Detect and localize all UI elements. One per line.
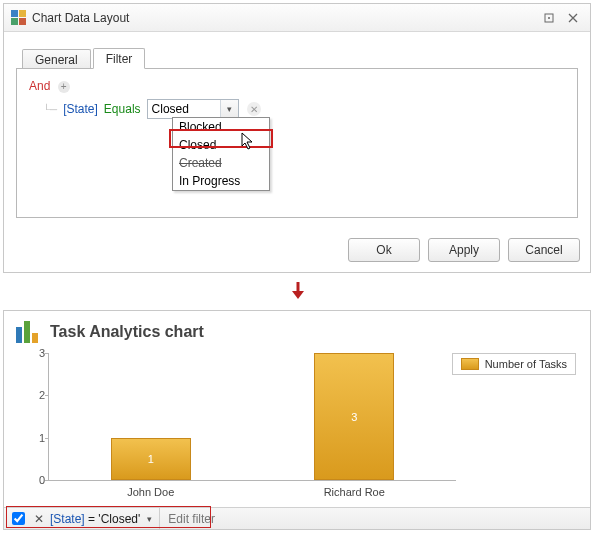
condition-value-input[interactable] (148, 100, 220, 118)
tabstrip: General Filter (22, 46, 578, 68)
titlebar: Chart Data Layout (4, 4, 590, 32)
filter-condition-row: └─ [State] Equals ▾ ✕ (43, 99, 565, 119)
chart-logo-icon (16, 321, 40, 343)
value-dropdown[interactable]: Blocked Closed Created In Progress (172, 117, 270, 191)
y-tick-label: 2 (23, 389, 45, 401)
app-icon (10, 10, 26, 26)
y-tick-label: 1 (23, 432, 45, 444)
chart-panel: Task Analytics chart 01231John Doe3Richa… (3, 310, 591, 530)
close-button[interactable] (562, 9, 584, 27)
tree-elbow-icon: └─ (43, 104, 57, 115)
edit-filter-button[interactable]: Edit filter (159, 508, 223, 529)
root-operator[interactable]: And (29, 79, 50, 93)
chart-data-layout-dialog: Chart Data Layout General Filter And + └… (3, 3, 591, 273)
svg-point-1 (548, 17, 550, 19)
dropdown-option[interactable]: In Progress (173, 172, 269, 190)
tab-general[interactable]: General (22, 49, 91, 69)
filter-panel: And + └─ [State] Equals ▾ ✕ Blocked Clos… (16, 68, 578, 218)
dropdown-option[interactable]: Blocked (173, 118, 269, 136)
ok-button[interactable]: Ok (348, 238, 420, 262)
condition-operator[interactable]: Equals (104, 102, 141, 116)
filter-expression-field: [State] (50, 512, 85, 526)
condition-value-combo[interactable]: ▾ (147, 99, 239, 119)
legend-swatch (461, 358, 479, 370)
x-tick-label: Richard Roe (253, 486, 457, 498)
dialog-body: General Filter And + └─ [State] Equals ▾… (4, 32, 590, 226)
condition-field[interactable]: [State] (63, 102, 98, 116)
filter-expression-value: = 'Closed' (85, 512, 141, 526)
tab-filter[interactable]: Filter (93, 48, 146, 69)
filter-expression[interactable]: [State] = 'Closed' (50, 512, 140, 526)
dialog-button-row: Ok Apply Cancel (4, 226, 590, 272)
bar: 1 (111, 438, 191, 480)
filter-clear-button[interactable]: ✕ (32, 512, 46, 526)
bar: 3 (314, 353, 394, 480)
filter-root: And + (29, 79, 565, 93)
dropdown-option[interactable]: Closed (173, 136, 269, 154)
y-tick-label: 0 (23, 474, 45, 486)
chart-plot: 01231John Doe3Richard Roe (48, 353, 456, 481)
minimize-button[interactable] (538, 9, 560, 27)
remove-condition-button[interactable]: ✕ (247, 102, 261, 116)
dropdown-option[interactable]: Created (173, 154, 269, 172)
category-slot: 3Richard Roe (253, 353, 457, 480)
chart-header: Task Analytics chart (4, 311, 590, 349)
x-tick-label: John Doe (49, 486, 253, 498)
combo-dropdown-button[interactable]: ▾ (220, 100, 238, 118)
add-condition-button[interactable]: + (58, 81, 70, 93)
apply-button[interactable]: Apply (428, 238, 500, 262)
legend-label: Number of Tasks (485, 358, 567, 370)
filter-history-dropdown[interactable]: ▾ (144, 514, 155, 524)
category-slot: 1John Doe (49, 353, 253, 480)
filter-bar: ✕ [State] = 'Closed' ▾ Edit filter (4, 507, 590, 529)
filter-enabled-checkbox[interactable] (12, 512, 25, 525)
dialog-title: Chart Data Layout (32, 11, 536, 25)
cancel-button[interactable]: Cancel (508, 238, 580, 262)
transition-arrow-icon (0, 276, 596, 307)
chart-title: Task Analytics chart (50, 323, 204, 341)
chart-legend: Number of Tasks (452, 353, 576, 375)
y-tick-label: 3 (23, 347, 45, 359)
chart-area: 01231John Doe3Richard Roe Number of Task… (48, 353, 576, 503)
